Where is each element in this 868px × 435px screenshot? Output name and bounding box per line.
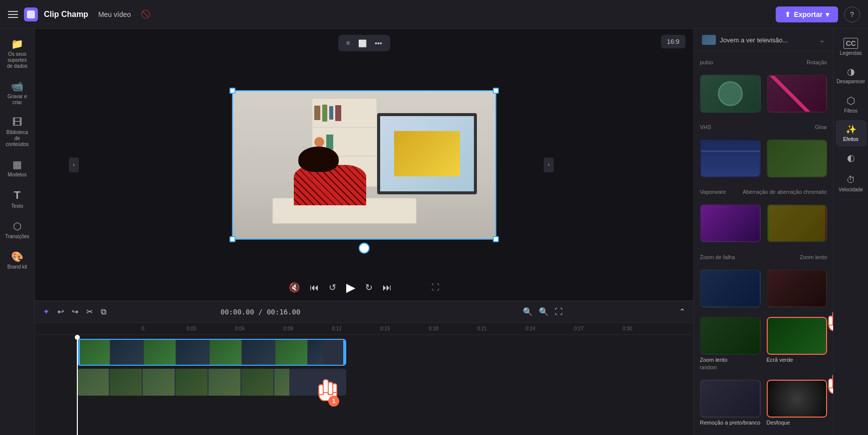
resize-handle-br[interactable]	[493, 236, 499, 242]
redo-button[interactable]: ↪	[70, 305, 80, 318]
help-button[interactable]: ?	[844, 6, 860, 22]
effect-thumb-zoom-lento	[767, 270, 828, 307]
zoom-controls: 🔍 🔍 ⛶	[521, 305, 565, 318]
magic-tool-button[interactable]: ✦	[41, 305, 51, 318]
panel-item-fade[interactable]: ◑ Desaparecer	[836, 62, 867, 89]
clip-right-handle[interactable]	[343, 340, 345, 365]
export-button[interactable]: ⬆ Exportar ▾	[776, 6, 838, 22]
zoom-in-button[interactable]: 🔍	[537, 305, 551, 318]
play-button[interactable]: ▶	[346, 281, 355, 294]
rewind-button[interactable]: ↺	[329, 282, 336, 293]
effect-label-zoom-lento: Zoom lento	[800, 254, 827, 264]
effect-item-remocao[interactable]: Remoção a preto/branco	[700, 380, 761, 429]
fullscreen-button[interactable]: ⛶	[432, 283, 439, 292]
svg-rect-6	[829, 316, 833, 326]
effect-item-vaporware[interactable]	[700, 204, 761, 246]
ruler-marks: 0 0:03 0:06 0:09 0:12 0:15 0:18 0:21 0:2…	[119, 326, 651, 331]
effect-thumb-aberracao	[767, 204, 828, 242]
skip-forward-button[interactable]: ⏭	[383, 283, 392, 293]
app-logo	[24, 7, 38, 21]
bottom-thumb	[110, 369, 142, 396]
panel-item-color[interactable]: ◐	[836, 148, 867, 169]
forward-button[interactable]: ↻	[365, 282, 373, 293]
sidebar-item-content-library[interactable]: 🎞 Biblioteca de conteúdos	[2, 113, 33, 151]
sidebar-item-templates[interactable]: ▦ Modelos	[2, 154, 33, 182]
skip-back-button[interactable]: ⏮	[310, 283, 319, 293]
effect-thumb-vhs	[700, 140, 761, 177]
cut-button[interactable]: ✂	[84, 305, 95, 318]
clip-thumb	[242, 340, 274, 365]
video-frame-wrapper[interactable]: ↻	[232, 90, 496, 240]
clip-thumb	[275, 340, 307, 365]
track-clip-frames	[78, 340, 345, 365]
more-button[interactable]: •••	[373, 38, 384, 48]
effect-item-vhs[interactable]	[700, 140, 761, 181]
crop-button[interactable]: ⌗	[344, 38, 352, 48]
svg-rect-10	[829, 379, 833, 389]
text-icon: T	[14, 189, 20, 202]
collapse-right-button[interactable]: ‹	[544, 157, 554, 172]
resize-handle-bl[interactable]	[229, 236, 235, 242]
effect-thumb-zoom-falha	[700, 270, 761, 307]
effect-item-pulso[interactable]	[700, 75, 761, 116]
track-clip-secondary[interactable]	[77, 369, 346, 396]
sidebar-item-text[interactable]: T Texto	[2, 185, 33, 213]
sidebar-item-record[interactable]: 📹 Gravar e criar	[2, 76, 33, 110]
effect-label-vhs: VHS	[700, 124, 711, 134]
effect-thumb-zoom-lento-random	[700, 317, 761, 355]
effect-thumb-vaporware	[700, 204, 761, 242]
track-clip-main[interactable]	[77, 339, 346, 366]
brand-icon: 🎨	[11, 251, 23, 263]
clip-thumb	[177, 340, 209, 365]
panel-item-effects[interactable]: ✨ Efeitos	[836, 120, 867, 146]
fade-label: Desaparecer	[837, 79, 865, 85]
video-title[interactable]: Meu vídeo	[98, 10, 131, 18]
rotate-handle[interactable]: ↻	[359, 243, 370, 254]
speed-icon: ⏱	[847, 175, 856, 185]
panel-expand-button[interactable]: ⌄	[819, 36, 825, 44]
sidebar-item-media[interactable]: 📁 Os seus suportes de dados	[2, 34, 33, 73]
effect-subname-random: random	[700, 365, 761, 370]
effect-item-desfoque[interactable]: Desfoque 3	[767, 380, 828, 429]
screen-button[interactable]: ⬜	[356, 38, 369, 48]
effect-item-rotacao[interactable]	[767, 75, 828, 116]
effect-item-zoom-falha[interactable]	[700, 270, 761, 311]
effect-label-vaporware: Vaporware	[700, 189, 726, 198]
sidebar-item-transitions[interactable]: ⬡ Transições	[2, 216, 33, 244]
panel-item-captions[interactable]: CC Legendas	[836, 34, 867, 60]
center-area: ⌗ ⬜ ••• 16:9	[35, 29, 693, 435]
resize-handle-tr[interactable]	[493, 88, 499, 94]
mute-button[interactable]: 🔇	[289, 282, 300, 293]
sidebar-item-label: Transições	[5, 234, 29, 240]
ruler-mark: 0:27	[555, 326, 603, 331]
track-area	[35, 335, 693, 400]
effect-row-label: pulso Rotação	[700, 59, 827, 69]
copy-button[interactable]: ⧉	[99, 305, 108, 318]
panel-item-filters[interactable]: ⬡ Filtros	[836, 91, 867, 118]
panel-video-title: Jovem a ver televisão...	[720, 36, 815, 44]
hamburger-menu[interactable]	[8, 11, 18, 18]
clip-thumb	[78, 340, 110, 365]
playhead-handle[interactable]	[75, 335, 80, 340]
effect-item-girar[interactable]	[767, 140, 828, 181]
library-icon: 🎞	[12, 117, 22, 128]
bottom-thumb	[274, 369, 289, 396]
templates-icon: ▦	[12, 158, 22, 170]
effect-item-zoom-lento[interactable]	[767, 270, 828, 311]
effect-item-zoom-lento-random[interactable]: Zoom lento random	[700, 317, 761, 374]
fit-button[interactable]: ⛶	[553, 305, 565, 318]
fade-icon: ◑	[847, 66, 855, 77]
clip-left-handle[interactable]	[78, 340, 80, 365]
effect-item-aberracao[interactable]	[767, 204, 828, 246]
panel-item-speed[interactable]: ⏱ Velocidade	[836, 171, 867, 197]
clip-thumb	[144, 340, 176, 365]
zoom-out-button[interactable]: 🔍	[521, 305, 535, 318]
undo-button[interactable]: ↩	[55, 305, 66, 318]
collapse-left-button[interactable]: ›	[69, 157, 79, 172]
resize-handle-tl[interactable]	[229, 88, 235, 94]
svg-rect-2	[319, 385, 323, 396]
sidebar-item-brand[interactable]: 🎨 Brand kit	[2, 247, 33, 274]
effect-item-ecra-verde[interactable]: Ecrã verde 2	[767, 317, 828, 374]
ruler-mark: 0:03	[167, 326, 216, 331]
timeline-expand-button[interactable]: ⌃	[677, 305, 687, 318]
